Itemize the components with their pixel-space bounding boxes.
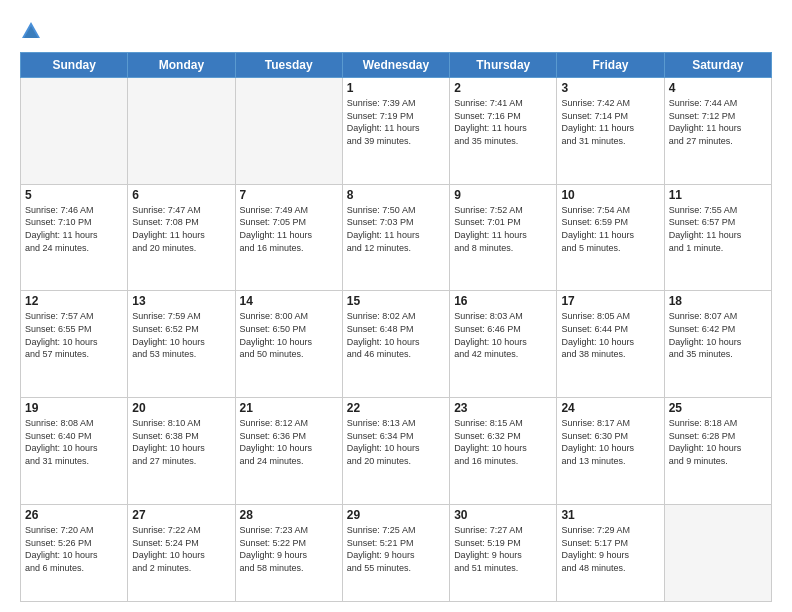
- day-number: 23: [454, 401, 552, 415]
- day-number: 15: [347, 294, 445, 308]
- day-number: 11: [669, 188, 767, 202]
- day-number: 6: [132, 188, 230, 202]
- day-number: 28: [240, 508, 338, 522]
- calendar-cell: 15Sunrise: 8:02 AM Sunset: 6:48 PM Dayli…: [342, 291, 449, 398]
- day-info: Sunrise: 8:05 AM Sunset: 6:44 PM Dayligh…: [561, 310, 659, 360]
- weekday-header-tuesday: Tuesday: [235, 53, 342, 78]
- day-info: Sunrise: 8:12 AM Sunset: 6:36 PM Dayligh…: [240, 417, 338, 467]
- calendar-cell: 22Sunrise: 8:13 AM Sunset: 6:34 PM Dayli…: [342, 398, 449, 505]
- day-info: Sunrise: 7:39 AM Sunset: 7:19 PM Dayligh…: [347, 97, 445, 147]
- day-number: 16: [454, 294, 552, 308]
- day-number: 27: [132, 508, 230, 522]
- week-row-3: 12Sunrise: 7:57 AM Sunset: 6:55 PM Dayli…: [21, 291, 772, 398]
- day-info: Sunrise: 7:29 AM Sunset: 5:17 PM Dayligh…: [561, 524, 659, 574]
- day-info: Sunrise: 7:44 AM Sunset: 7:12 PM Dayligh…: [669, 97, 767, 147]
- week-row-5: 26Sunrise: 7:20 AM Sunset: 5:26 PM Dayli…: [21, 504, 772, 601]
- calendar-cell: 19Sunrise: 8:08 AM Sunset: 6:40 PM Dayli…: [21, 398, 128, 505]
- calendar-cell: 28Sunrise: 7:23 AM Sunset: 5:22 PM Dayli…: [235, 504, 342, 601]
- calendar: SundayMondayTuesdayWednesdayThursdayFrid…: [20, 52, 772, 602]
- day-info: Sunrise: 8:13 AM Sunset: 6:34 PM Dayligh…: [347, 417, 445, 467]
- day-info: Sunrise: 7:49 AM Sunset: 7:05 PM Dayligh…: [240, 204, 338, 254]
- day-number: 19: [25, 401, 123, 415]
- week-row-1: 1Sunrise: 7:39 AM Sunset: 7:19 PM Daylig…: [21, 78, 772, 185]
- calendar-cell: 3Sunrise: 7:42 AM Sunset: 7:14 PM Daylig…: [557, 78, 664, 185]
- day-number: 12: [25, 294, 123, 308]
- calendar-cell: [235, 78, 342, 185]
- day-info: Sunrise: 7:27 AM Sunset: 5:19 PM Dayligh…: [454, 524, 552, 574]
- day-info: Sunrise: 7:54 AM Sunset: 6:59 PM Dayligh…: [561, 204, 659, 254]
- weekday-header-friday: Friday: [557, 53, 664, 78]
- day-info: Sunrise: 8:07 AM Sunset: 6:42 PM Dayligh…: [669, 310, 767, 360]
- day-number: 25: [669, 401, 767, 415]
- day-info: Sunrise: 8:15 AM Sunset: 6:32 PM Dayligh…: [454, 417, 552, 467]
- calendar-cell: 11Sunrise: 7:55 AM Sunset: 6:57 PM Dayli…: [664, 184, 771, 291]
- day-number: 30: [454, 508, 552, 522]
- calendar-cell: 5Sunrise: 7:46 AM Sunset: 7:10 PM Daylig…: [21, 184, 128, 291]
- day-info: Sunrise: 8:03 AM Sunset: 6:46 PM Dayligh…: [454, 310, 552, 360]
- day-number: 7: [240, 188, 338, 202]
- day-number: 13: [132, 294, 230, 308]
- calendar-cell: 18Sunrise: 8:07 AM Sunset: 6:42 PM Dayli…: [664, 291, 771, 398]
- calendar-cell: 31Sunrise: 7:29 AM Sunset: 5:17 PM Dayli…: [557, 504, 664, 601]
- calendar-cell: [21, 78, 128, 185]
- day-info: Sunrise: 7:42 AM Sunset: 7:14 PM Dayligh…: [561, 97, 659, 147]
- day-number: 14: [240, 294, 338, 308]
- calendar-cell: 2Sunrise: 7:41 AM Sunset: 7:16 PM Daylig…: [450, 78, 557, 185]
- day-number: 18: [669, 294, 767, 308]
- logo: [20, 16, 46, 42]
- calendar-cell: 16Sunrise: 8:03 AM Sunset: 6:46 PM Dayli…: [450, 291, 557, 398]
- header: [20, 16, 772, 42]
- calendar-cell: 6Sunrise: 7:47 AM Sunset: 7:08 PM Daylig…: [128, 184, 235, 291]
- day-info: Sunrise: 7:50 AM Sunset: 7:03 PM Dayligh…: [347, 204, 445, 254]
- day-info: Sunrise: 7:57 AM Sunset: 6:55 PM Dayligh…: [25, 310, 123, 360]
- calendar-cell: 13Sunrise: 7:59 AM Sunset: 6:52 PM Dayli…: [128, 291, 235, 398]
- day-info: Sunrise: 7:55 AM Sunset: 6:57 PM Dayligh…: [669, 204, 767, 254]
- day-number: 21: [240, 401, 338, 415]
- day-number: 1: [347, 81, 445, 95]
- weekday-header-sunday: Sunday: [21, 53, 128, 78]
- day-info: Sunrise: 7:20 AM Sunset: 5:26 PM Dayligh…: [25, 524, 123, 574]
- day-info: Sunrise: 8:18 AM Sunset: 6:28 PM Dayligh…: [669, 417, 767, 467]
- day-number: 20: [132, 401, 230, 415]
- day-number: 22: [347, 401, 445, 415]
- day-number: 24: [561, 401, 659, 415]
- day-info: Sunrise: 7:22 AM Sunset: 5:24 PM Dayligh…: [132, 524, 230, 574]
- calendar-cell: 30Sunrise: 7:27 AM Sunset: 5:19 PM Dayli…: [450, 504, 557, 601]
- calendar-cell: 21Sunrise: 8:12 AM Sunset: 6:36 PM Dayli…: [235, 398, 342, 505]
- day-number: 31: [561, 508, 659, 522]
- page: SundayMondayTuesdayWednesdayThursdayFrid…: [0, 0, 792, 612]
- calendar-cell: 26Sunrise: 7:20 AM Sunset: 5:26 PM Dayli…: [21, 504, 128, 601]
- calendar-cell: 17Sunrise: 8:05 AM Sunset: 6:44 PM Dayli…: [557, 291, 664, 398]
- day-info: Sunrise: 7:52 AM Sunset: 7:01 PM Dayligh…: [454, 204, 552, 254]
- day-number: 29: [347, 508, 445, 522]
- logo-icon: [20, 20, 42, 42]
- calendar-cell: 25Sunrise: 8:18 AM Sunset: 6:28 PM Dayli…: [664, 398, 771, 505]
- calendar-cell: 10Sunrise: 7:54 AM Sunset: 6:59 PM Dayli…: [557, 184, 664, 291]
- day-info: Sunrise: 8:00 AM Sunset: 6:50 PM Dayligh…: [240, 310, 338, 360]
- week-row-2: 5Sunrise: 7:46 AM Sunset: 7:10 PM Daylig…: [21, 184, 772, 291]
- day-number: 5: [25, 188, 123, 202]
- calendar-cell: 14Sunrise: 8:00 AM Sunset: 6:50 PM Dayli…: [235, 291, 342, 398]
- calendar-cell: 24Sunrise: 8:17 AM Sunset: 6:30 PM Dayli…: [557, 398, 664, 505]
- calendar-cell: 4Sunrise: 7:44 AM Sunset: 7:12 PM Daylig…: [664, 78, 771, 185]
- weekday-header-wednesday: Wednesday: [342, 53, 449, 78]
- calendar-cell: 8Sunrise: 7:50 AM Sunset: 7:03 PM Daylig…: [342, 184, 449, 291]
- calendar-cell: 12Sunrise: 7:57 AM Sunset: 6:55 PM Dayli…: [21, 291, 128, 398]
- calendar-cell: 20Sunrise: 8:10 AM Sunset: 6:38 PM Dayli…: [128, 398, 235, 505]
- day-info: Sunrise: 7:59 AM Sunset: 6:52 PM Dayligh…: [132, 310, 230, 360]
- day-number: 2: [454, 81, 552, 95]
- day-info: Sunrise: 7:41 AM Sunset: 7:16 PM Dayligh…: [454, 97, 552, 147]
- weekday-header-saturday: Saturday: [664, 53, 771, 78]
- weekday-header-monday: Monday: [128, 53, 235, 78]
- weekday-header-row: SundayMondayTuesdayWednesdayThursdayFrid…: [21, 53, 772, 78]
- calendar-cell: 29Sunrise: 7:25 AM Sunset: 5:21 PM Dayli…: [342, 504, 449, 601]
- day-info: Sunrise: 8:08 AM Sunset: 6:40 PM Dayligh…: [25, 417, 123, 467]
- calendar-cell: 9Sunrise: 7:52 AM Sunset: 7:01 PM Daylig…: [450, 184, 557, 291]
- day-number: 10: [561, 188, 659, 202]
- calendar-cell: 23Sunrise: 8:15 AM Sunset: 6:32 PM Dayli…: [450, 398, 557, 505]
- day-number: 26: [25, 508, 123, 522]
- day-number: 4: [669, 81, 767, 95]
- day-info: Sunrise: 7:23 AM Sunset: 5:22 PM Dayligh…: [240, 524, 338, 574]
- day-info: Sunrise: 8:17 AM Sunset: 6:30 PM Dayligh…: [561, 417, 659, 467]
- calendar-cell: [128, 78, 235, 185]
